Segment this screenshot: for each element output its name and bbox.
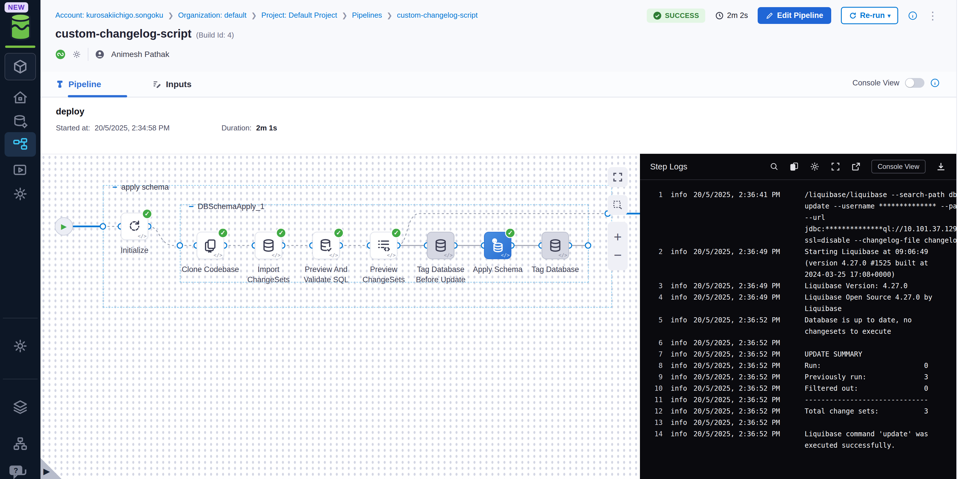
breadcrumb-item[interactable]: custom-changelog-script [397,11,477,20]
sidebar-item-environments[interactable] [5,182,36,206]
pipeline-step-preview-validate-sql[interactable]: ✓</> [312,232,340,259]
exec-icon [12,162,28,178]
started-at-value: 20/5/2025, 2:34:58 PM [95,124,170,132]
code-badge: </> [387,252,396,258]
step-label-tag-database: Tag Database [524,264,587,274]
log-level: info [663,360,694,371]
fullscreen-logs-icon[interactable] [830,162,841,172]
breadcrumb-item[interactable]: Project: Default Project [261,11,337,20]
execution-duration: 2m 2s [715,11,748,20]
log-line-number [640,235,663,246]
sidebar-item-databases[interactable] [5,109,36,134]
log-message: Total change sets: 3 [805,406,956,417]
tab-inputs[interactable]: Inputs [152,72,192,97]
edit-pipeline-button[interactable]: Edit Pipeline [758,7,831,24]
trigger-author: Animesh Pathak [111,50,169,59]
log-level: info [663,337,694,349]
step-label-preview-changesets: Preview ChangeSets [352,264,415,285]
sidebar-item-executions[interactable] [5,158,36,182]
pipeline-step-preview-changesets[interactable]: ✓</> [370,232,397,259]
log-message: jdbc:**************ql://10.101.37.129 [805,223,956,235]
sidebar-item-pipelines[interactable] [5,132,36,157]
app-frame: Account: kurosakiichigo.songoku❯Organiza… [40,0,957,479]
pipeline-canvas[interactable]: − apply schema − DBSchemaApply_1 ▶ ✓</>I… [40,154,640,479]
code-badge: </> [558,252,567,258]
search-logs-icon[interactable] [769,162,779,171]
step-label-import-changesets: Import ChangeSets [237,264,300,285]
step-success-badge: ✓ [142,209,152,219]
liquibase-db-logo-icon[interactable] [8,13,33,40]
breadcrumb-separator: ❯ [251,11,257,19]
page-title: custom-changelog-script [55,27,192,40]
step-label-initialize: Initialize [103,245,166,255]
log-line: 8 info 20/5/2025, 2:36:52 PM Run: 0 [640,360,956,371]
new-badge: NEW [5,2,28,13]
log-lines[interactable]: 1 info 20/5/2025, 2:36:41 PM /liquibase/… [640,180,956,479]
log-level [663,440,694,451]
breadcrumb-item[interactable]: Organization: default [178,11,247,20]
log-line-number: 7 [640,349,663,360]
log-line: (version 4.27.0 #1525 built at [640,257,956,269]
log-line: 9 info 20/5/2025, 2:36:52 PM Previously … [640,371,956,383]
zoom-in-button[interactable]: + [614,228,622,246]
logs-console-view-button[interactable]: Console View [872,160,926,173]
breadcrumb-item[interactable]: Pipelines [352,11,382,20]
gear-icon[interactable] [72,49,81,59]
sidebar-item-home[interactable] [5,86,36,110]
log-timestamp [694,235,805,246]
step-success-badge: ✓ [505,228,515,238]
log-level [663,269,694,280]
stage-start-node[interactable]: ▶ [55,217,73,236]
log-level: info [663,280,694,292]
log-level [663,200,694,212]
pipeline-step-tag-database[interactable]: </> [542,232,569,259]
db-icon [261,238,276,253]
tab-pipeline[interactable]: Pipeline [55,72,101,97]
log-message: Starting Liquibase at 09:06:49 [805,246,956,257]
log-message [805,337,956,349]
log-line-number [640,326,663,337]
copy-logs-icon[interactable] [789,162,799,171]
pipeline-step-import-changesets[interactable]: ✓</> [255,232,282,259]
console-view-toggle[interactable] [905,78,924,88]
sidebar-module-selector[interactable] [5,53,36,80]
canvas-multi-select-button[interactable] [608,195,628,215]
canvas-zoom-controls: + − [608,222,628,270]
breadcrumb-separator: ❯ [387,11,392,19]
log-settings-gear-icon[interactable] [809,161,820,172]
status-text: SUCCESS [665,12,699,20]
sidebar-item-layers[interactable] [5,395,36,419]
step-success-badge: ✓ [391,228,401,238]
step-success-badge: ✓ [334,228,344,238]
zoom-out-button[interactable]: − [614,246,622,264]
info-icon[interactable] [930,78,940,88]
sidebar-item-settings[interactable] [5,334,36,358]
log-line-number [640,269,663,280]
info-icon[interactable] [908,11,918,21]
pipeline-step-initialize[interactable]: ✓</> [121,213,148,240]
status-badge: SUCCESS [647,8,705,23]
download-logs-icon[interactable] [936,162,946,172]
log-message: Liquibase [805,303,956,314]
pipeline-step-tag-db-before-update[interactable]: </> [427,232,454,259]
code-badge: </> [138,233,146,239]
breadcrumb-item[interactable]: Account: kurosakiichigo.songoku [55,11,163,20]
pipeline-step-apply-schema[interactable]: ✓</> [484,232,511,259]
rerun-button[interactable]: Re-run ▾ [841,7,898,24]
more-options-menu-icon[interactable]: ⋮ [927,10,938,22]
log-line-number [640,440,663,451]
net-icon [12,436,28,452]
clock-icon [715,11,724,20]
step-logs-title: Step Logs [650,162,687,171]
log-level: info [663,314,694,326]
pipeline-step-clone-codebase[interactable]: ✓</> [197,232,224,259]
log-level [663,326,694,337]
open-in-new-icon[interactable] [851,162,861,172]
trigger-icon[interactable] [55,49,65,60]
sidebar-item-network[interactable] [5,432,36,456]
help-chat-icon[interactable]: ? [8,464,30,479]
code-badge: </> [272,252,280,258]
canvas-fit-view-button[interactable] [608,167,628,187]
log-level: info [663,371,694,383]
expand-stage-panel-icon[interactable]: ▶ [43,466,50,476]
